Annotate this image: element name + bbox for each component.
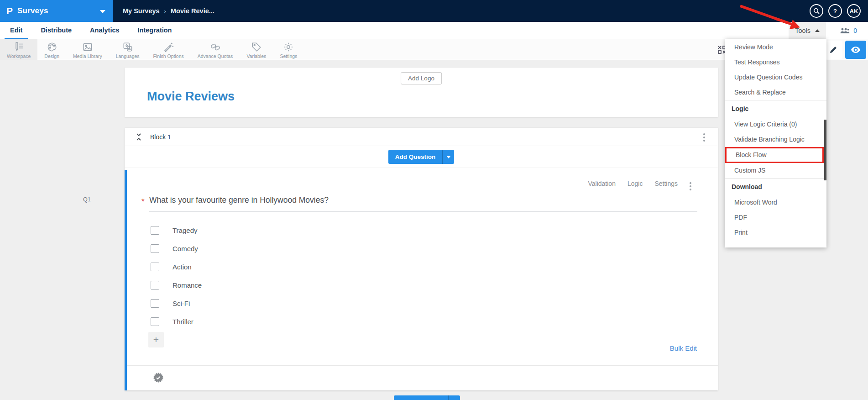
image-icon [82,41,94,53]
brand-name: Surveys [17,6,48,16]
block-menu-button[interactable] [703,132,705,143]
eye-icon [851,47,860,53]
tools-label: Tools [795,27,810,34]
search-button[interactable] [810,4,823,18]
menu-item-test-responses[interactable]: Test Responses [725,55,826,70]
tools-dropdown-button[interactable]: Tools [789,22,826,39]
list-item[interactable]: Action [151,258,202,276]
chain-link-icon [209,41,221,53]
magic-wand-icon [162,41,174,53]
menu-item-review-mode[interactable]: Review Mode [725,40,826,55]
add-question-row: Add Question [125,146,718,168]
list-item[interactable]: Sci-Fi [151,294,202,312]
menu-header-logic: Logic [725,100,826,117]
toolbar-item-languages[interactable]: Languages [109,39,146,60]
add-logo-button[interactable]: Add Logo [401,72,442,84]
chevron-down-icon [446,156,451,158]
bulk-edit-link[interactable]: Bulk Edit [670,344,697,352]
list-item[interactable]: Thriller [151,312,202,331]
tools-dropdown-menu: Review Mode Test Responses Update Questi… [725,39,826,247]
verified-badge-icon[interactable] [153,372,164,383]
block-title[interactable]: Block 1 [150,133,171,141]
add-question-bottom[interactable]: Add Question [394,395,460,400]
search-icon [813,8,820,14]
menu-item-search-replace[interactable]: Search & Replace [725,85,826,100]
question-logic-link[interactable]: Logic [627,180,643,187]
survey-header-card: Add Logo Movie Reviews [125,68,718,117]
question-text-underline [149,211,697,212]
question-settings-link[interactable]: Settings [654,180,678,187]
checkbox-scifi[interactable] [151,299,159,308]
preview-button[interactable] [845,41,866,59]
breadcrumb-separator-icon: › [164,8,166,15]
question-menu-button[interactable] [690,181,691,192]
tab-edit[interactable]: Edit [5,22,28,39]
edit-mode-button[interactable] [824,41,842,59]
menu-item-print[interactable]: Print [725,225,826,240]
collapse-block-icon[interactable] [135,133,143,141]
palette-icon [46,41,58,53]
question-card[interactable]: Validation Logic Settings * What is your… [125,170,718,390]
question-number: Q1 [83,196,91,203]
menu-item-pdf[interactable]: PDF [725,210,826,225]
tag-icon [251,41,262,53]
menu-item-update-question-codes[interactable]: Update Question Codes [725,70,826,85]
menu-item-block-flow[interactable]: Block Flow [725,147,824,163]
help-button[interactable]: ? [828,4,842,18]
add-question-dropdown-button[interactable] [448,395,460,400]
menu-scrollbar-thumb[interactable] [824,120,826,180]
tab-analytics[interactable]: Analytics [84,22,125,39]
menu-item-validate-branching-logic[interactable]: Validate Branching Logic [725,132,826,147]
collaborators-count: 0 [853,27,857,34]
survey-title[interactable]: Movie Reviews [147,89,235,104]
breadcrumb-survey-name: Movie Revie... [171,7,214,15]
add-question-button[interactable]: Add Question [388,150,443,164]
avatar-initials: AK [850,8,858,15]
checkbox-thriller[interactable] [151,317,159,326]
tab-distribute[interactable]: Distribute [35,22,77,39]
menu-item-view-logic-criteria[interactable]: View Logic Criteria (0) [725,117,826,132]
list-item[interactable]: Tragedy [151,221,202,239]
chevron-down-icon [100,10,105,13]
toolbar-item-settings[interactable]: Settings [273,39,304,60]
app-switcher[interactable]: P Surveys [0,0,113,22]
toolbar-item-workspace[interactable]: Workspace [0,39,37,60]
checkbox-tragedy[interactable] [151,226,159,235]
add-option-button[interactable]: + [148,332,164,347]
toolbar-item-design[interactable]: Design [37,39,66,60]
collaborators-indicator[interactable]: 0 [840,22,857,39]
tab-integration[interactable]: Integration [132,22,178,39]
block-header: Block 1 [125,128,718,146]
toolbar-item-media-library[interactable]: Media Library [66,39,109,60]
gear-icon [282,41,294,53]
people-icon [840,27,850,34]
breadcrumb: My Surveys › Movie Revie... [113,7,214,15]
add-question-button[interactable]: Add Question [394,395,448,400]
chevron-up-icon [815,29,820,32]
required-asterisk: * [141,197,145,206]
pencil-icon [829,46,837,54]
question-text[interactable]: What is your favourite genre in Hollywoo… [149,195,329,205]
menu-item-microsoft-word[interactable]: Microsoft Word [725,195,826,210]
menu-header-download: Download [725,179,826,195]
checkbox-romance[interactable] [151,281,159,289]
add-question-dropdown-button[interactable] [442,150,454,164]
toolbar-item-finish-options[interactable]: Finish Options [146,39,191,60]
translate-icon [122,41,134,53]
breadcrumb-my-surveys[interactable]: My Surveys [123,7,160,15]
menu-item-custom-js[interactable]: Custom JS [725,163,826,178]
question-footer [127,365,718,390]
list-item[interactable]: Comedy [151,239,202,258]
checkbox-comedy[interactable] [151,244,159,253]
section-tab-bar: Edit Distribute Analytics Integration To… [0,22,868,39]
top-navigation-bar: P Surveys My Surveys › Movie Revie... ? … [0,0,868,22]
block-card: Block 1 Add Question Validation Logic Se… [125,128,718,390]
avatar[interactable]: AK [847,4,861,18]
toolbar-item-advance-quotas[interactable]: Advance Quotas [191,39,240,60]
answer-options-list: Tragedy Comedy Action Romance Sci-Fi Thr… [151,221,202,331]
help-icon: ? [833,8,837,15]
toolbar-item-variables[interactable]: Variables [240,39,273,60]
checkbox-action[interactable] [151,263,159,271]
list-item[interactable]: Romance [151,276,202,294]
question-validation-link[interactable]: Validation [588,180,615,187]
